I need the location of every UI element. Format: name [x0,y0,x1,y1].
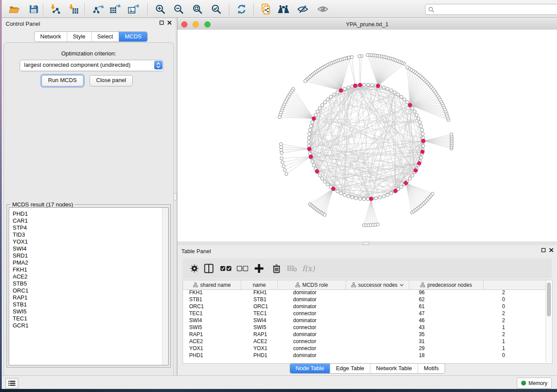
graph-node[interactable] [393,91,396,94]
run-mcds-button[interactable]: Run MCDS [42,75,83,86]
graph-node[interactable] [420,128,423,131]
graph-node[interactable] [421,132,424,135]
mcds-list-scrollbar[interactable] [162,208,168,365]
search-input[interactable] [434,6,556,13]
show-all-button[interactable] [315,2,330,16]
graph-node[interactable] [326,98,329,101]
graph-hub-node[interactable] [353,84,357,88]
mcds-result-item[interactable]: TID3 [9,231,168,238]
graph-node[interactable] [374,196,377,199]
graph-node[interactable] [370,83,374,86]
graph-hub-node[interactable] [404,181,408,185]
graph-node[interactable] [343,193,346,196]
show-columns-button[interactable] [202,258,215,279]
delete-column-button[interactable] [270,258,283,279]
graph-node[interactable] [386,193,389,196]
horizontal-splitter-grip[interactable] [363,242,369,245]
graph-hub-node[interactable] [332,187,336,191]
zoom-selected-button[interactable] [209,2,224,16]
table-row-STB1[interactable]: STB1STB1dominator620 [183,296,546,303]
graph-node[interactable] [403,98,406,101]
graph-node[interactable] [419,124,422,127]
mcds-result-item[interactable]: PHD1 [9,210,168,217]
tab-network-table[interactable]: Network Table [370,364,418,373]
open-file-button[interactable] [7,2,22,16]
graph-hub-node[interactable] [417,162,421,165]
tab-node-table[interactable]: Node Table [290,364,330,373]
graph-leaf-node[interactable] [406,66,409,69]
table-row-RAP1[interactable]: RAP1RAP1dominator352 [183,331,546,338]
float-panel-icon[interactable] [159,21,164,25]
graph-node[interactable] [419,156,422,159]
tab-select[interactable]: Select [91,32,119,41]
graph-hub-node[interactable] [312,117,316,120]
save-session-button[interactable] [26,2,41,16]
graph-leaf-node[interactable] [376,223,379,226]
graph-hub-node[interactable] [408,103,412,107]
import-network-button[interactable] [48,2,63,16]
mcds-result-item[interactable]: STB5 [9,280,168,287]
graph-leaf-node[interactable] [350,55,353,58]
export-network-button[interactable] [91,2,106,16]
mcds-result-item[interactable]: TEC1 [9,315,168,322]
graph-hub-node[interactable] [414,168,418,172]
select-all-button[interactable] [219,258,232,279]
graph-node[interactable] [378,196,381,199]
table-row-SWI4[interactable]: SWI4SWI4dominator462 [183,317,546,324]
graph-leaf-node[interactable] [366,53,369,56]
graph-leaf-node[interactable] [280,148,283,151]
graph-node[interactable] [355,196,358,199]
table-row-ORC1[interactable]: ORC1ORC1dominator610 [183,303,546,310]
tab-mcds[interactable]: MCDS [119,32,147,41]
graph-node[interactable] [309,124,312,127]
graph-node[interactable] [397,93,400,96]
export-table-button[interactable] [107,2,122,16]
graph-node[interactable] [332,93,336,96]
zoom-fit-button[interactable] [190,2,205,16]
graph-hub-node[interactable] [422,139,426,143]
graph-leaf-node[interactable] [278,116,281,119]
add-column-button[interactable] [253,258,266,279]
graph-hub-node[interactable] [358,83,362,87]
export-image-button[interactable] [126,2,141,16]
graph-node[interactable] [359,197,362,200]
graph-node[interactable] [314,113,317,117]
mcds-result-item[interactable]: ORC1 [9,287,168,294]
panel-splitter-grip[interactable] [173,193,177,200]
memory-button[interactable]: Memory [517,378,552,389]
deselect-all-button[interactable] [236,258,249,279]
graph-node[interactable] [422,144,425,147]
graph-node[interactable] [311,120,314,124]
graph-leaf-node[interactable] [347,56,350,59]
graph-hub-node[interactable] [421,150,425,154]
graph-node[interactable] [390,89,393,92]
graph-node[interactable] [347,195,350,198]
graph-node[interactable] [312,164,315,167]
graph-hub-node[interactable] [315,169,319,173]
graph-node[interactable] [411,174,414,177]
graph-hub-node[interactable] [339,89,343,93]
graph-node[interactable] [390,192,393,195]
table-scrollbar[interactable] [546,280,552,362]
function-builder-button[interactable]: f(x) [300,258,317,279]
graph-node[interactable] [400,95,403,98]
graph-leaf-node[interactable] [283,168,286,172]
graph-node[interactable] [318,107,321,110]
graph-node[interactable] [363,197,366,200]
graph-node[interactable] [415,113,418,117]
graph-hub-node[interactable] [309,155,313,159]
graph-node[interactable] [382,86,385,89]
graph-hub-node[interactable] [308,147,311,151]
graph-node[interactable] [382,195,385,198]
mcds-result-list[interactable]: PHD1CAR1STP4TID3YOX1SWI4SRD1PMA2FKH1ACE2… [9,207,169,365]
table-scrollbar-thumb[interactable] [547,282,551,316]
mcds-result-item[interactable]: GCR1 [9,322,168,329]
mcds-result-item[interactable]: SWI5 [9,308,168,315]
graph-leaf-node[interactable] [280,151,283,155]
table-row-ACE2[interactable]: ACE2ACE2connector311 [183,338,546,345]
column-header-name[interactable]: name [241,280,278,289]
network-graph[interactable] [177,30,557,241]
table-settings-button[interactable] [188,258,201,279]
graph-leaf-node[interactable] [281,161,284,164]
graph-node[interactable] [336,190,339,193]
